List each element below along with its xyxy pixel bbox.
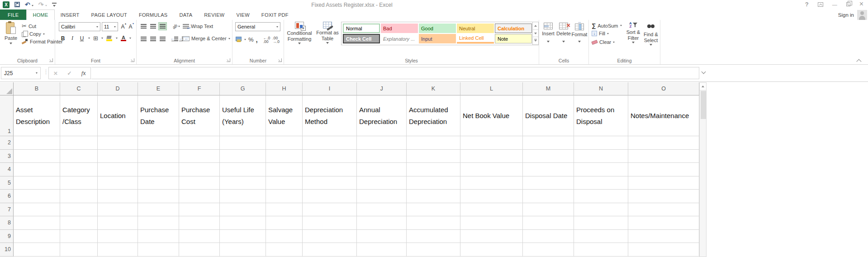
column-header-J[interactable]: J	[357, 82, 407, 95]
cell-D10[interactable]	[98, 243, 138, 257]
cell-M2[interactable]	[523, 136, 574, 150]
cell-L5[interactable]	[460, 176, 523, 190]
cell-H2[interactable]	[266, 136, 303, 150]
save-icon[interactable]	[14, 2, 20, 7]
cell-E1[interactable]: Purchase Date	[138, 95, 179, 136]
cell-N10[interactable]	[574, 243, 628, 257]
cancel-entry-icon[interactable]	[54, 69, 58, 77]
cell-L9[interactable]	[460, 230, 523, 243]
cell-J10[interactable]	[357, 243, 407, 257]
cell-H9[interactable]	[266, 230, 303, 243]
gallery-more-icon[interactable]	[533, 37, 538, 45]
cell-O6[interactable]	[628, 190, 699, 203]
cell-K2[interactable]	[407, 136, 460, 150]
cell-B10[interactable]	[14, 243, 60, 257]
cell-E2[interactable]	[138, 136, 179, 150]
borders-icon[interactable]	[93, 35, 98, 42]
cell-H4[interactable]	[266, 163, 303, 176]
gallery-scroll-down-icon[interactable]	[533, 30, 538, 38]
cell-E9[interactable]	[138, 230, 179, 243]
cell-B7[interactable]	[14, 203, 60, 217]
decrease-indent-icon[interactable]	[171, 37, 178, 41]
cell-I8[interactable]	[303, 216, 357, 230]
row-header-7[interactable]: 7	[0, 203, 14, 217]
cell-M4[interactable]	[523, 163, 574, 176]
style-input[interactable]: Input	[419, 34, 456, 43]
cell-B9[interactable]	[14, 230, 60, 243]
column-header-H[interactable]: H	[266, 82, 303, 95]
cell-N4[interactable]	[574, 163, 628, 176]
cell-N8[interactable]	[574, 216, 628, 230]
cell-E8[interactable]	[138, 216, 179, 230]
cell-M5[interactable]	[523, 176, 574, 190]
collapse-ribbon-icon[interactable]	[856, 59, 861, 64]
cell-G3[interactable]	[220, 150, 266, 163]
format-cells-button[interactable]: Format	[572, 20, 587, 43]
cell-J6[interactable]	[357, 190, 407, 203]
style-neutral[interactable]: Neutral	[457, 24, 494, 33]
cell-N1[interactable]: Proceeds on Disposal	[574, 95, 628, 136]
cell-B5[interactable]	[14, 176, 60, 190]
cell-F9[interactable]	[179, 230, 220, 243]
cell-L8[interactable]	[460, 216, 523, 230]
clear-button[interactable]: Clear	[592, 39, 615, 45]
cell-B6[interactable]	[14, 190, 60, 203]
middle-align-button[interactable]	[149, 22, 157, 30]
cell-L7[interactable]	[460, 203, 523, 217]
cell-C3[interactable]	[60, 150, 98, 163]
cell-B4[interactable]	[14, 163, 60, 176]
cell-C10[interactable]	[60, 243, 98, 257]
cell-J7[interactable]	[357, 203, 407, 217]
style-calculation[interactable]: Calculation	[495, 24, 532, 33]
cell-O1[interactable]: Notes/Maintenance	[628, 95, 699, 136]
alignment-dialog-launcher-icon[interactable]	[227, 58, 230, 62]
avatar[interactable]	[857, 10, 867, 20]
cell-K1[interactable]: Accumulated Depreciation	[407, 95, 460, 136]
cell-K6[interactable]	[407, 190, 460, 203]
cell-I1[interactable]: Depreciation Method	[303, 95, 357, 136]
cell-J1[interactable]: Annual Depreciation	[357, 95, 407, 136]
cell-N9[interactable]	[574, 230, 628, 243]
delete-cells-button[interactable]: Delete	[556, 23, 571, 43]
ribbon-display-options-icon[interactable]	[818, 2, 823, 7]
row-header-4[interactable]: 4	[0, 163, 14, 176]
column-header-B[interactable]: B	[14, 82, 60, 95]
font-color-icon[interactable]	[121, 35, 126, 41]
align-left-button[interactable]	[139, 35, 148, 43]
cell-H8[interactable]	[266, 216, 303, 230]
cell-M9[interactable]	[523, 230, 574, 243]
help-icon[interactable]	[805, 1, 809, 8]
column-header-E[interactable]: E	[138, 82, 179, 95]
cell-B3[interactable]	[14, 150, 60, 163]
cell-O4[interactable]	[628, 163, 699, 176]
cell-I4[interactable]	[303, 163, 357, 176]
top-align-button[interactable]	[139, 22, 148, 30]
style-normal[interactable]: Normal	[343, 24, 380, 33]
cell-E10[interactable]	[138, 243, 179, 257]
cell-J8[interactable]	[357, 216, 407, 230]
cell-O10[interactable]	[628, 243, 699, 257]
cell-I3[interactable]	[303, 150, 357, 163]
cell-N3[interactable]	[574, 150, 628, 163]
cell-B8[interactable]	[14, 216, 60, 230]
cell-N6[interactable]	[574, 190, 628, 203]
customize-quick-access-icon[interactable]	[52, 2, 57, 7]
cell-F10[interactable]	[179, 243, 220, 257]
cell-D4[interactable]	[98, 163, 138, 176]
font-size-combo[interactable]: 11	[102, 22, 118, 31]
paste-button[interactable]: Paste	[3, 22, 19, 44]
column-header-G[interactable]: G	[220, 82, 266, 95]
tab-formulas[interactable]: FORMULAS	[133, 10, 174, 20]
merge-center-button[interactable]: Merge & Center	[183, 36, 230, 41]
bold-button[interactable]: B	[60, 35, 66, 42]
tab-page-layout[interactable]: PAGE LAYOUT	[85, 10, 133, 20]
cell-H6[interactable]	[266, 190, 303, 203]
cell-G7[interactable]	[220, 203, 266, 217]
cell-K5[interactable]	[407, 176, 460, 190]
cell-C4[interactable]	[60, 163, 98, 176]
cell-L2[interactable]	[460, 136, 523, 150]
accounting-format-icon[interactable]	[236, 37, 242, 42]
undo-button[interactable]	[25, 1, 33, 8]
column-header-L[interactable]: L	[460, 82, 523, 95]
cell-F4[interactable]	[179, 163, 220, 176]
